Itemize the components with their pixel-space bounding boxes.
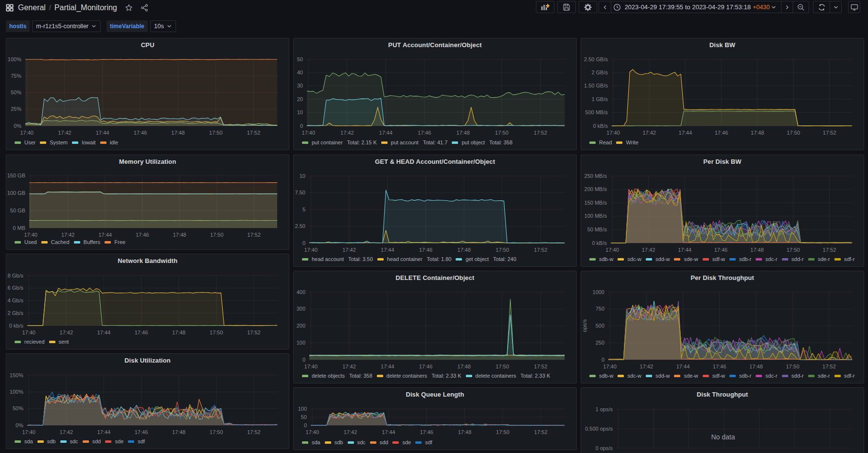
- svg-text:17:48: 17:48: [173, 232, 186, 238]
- svg-text:17:48: 17:48: [458, 247, 471, 253]
- svg-text:17:46: 17:46: [418, 130, 431, 136]
- svg-text:20: 20: [297, 96, 303, 102]
- svg-text:17:48: 17:48: [457, 130, 470, 136]
- svg-text:0: 0: [304, 422, 307, 428]
- svg-text:17:44: 17:44: [97, 330, 111, 335]
- svg-text:17:48: 17:48: [751, 130, 764, 136]
- svg-text:17:48: 17:48: [172, 429, 186, 435]
- svg-text:17:44: 17:44: [379, 130, 393, 136]
- svg-text:ops/s: ops/s: [582, 319, 587, 332]
- svg-text:17:52: 17:52: [247, 429, 261, 435]
- svg-text:25%: 25%: [11, 106, 21, 112]
- svg-text:5: 5: [302, 207, 305, 212]
- svg-text:17:52: 17:52: [822, 364, 836, 369]
- svg-text:500 MB/s: 500 MB/s: [585, 109, 608, 115]
- svg-text:17:52: 17:52: [823, 247, 836, 253]
- svg-text:17:42: 17:42: [340, 130, 354, 136]
- svg-text:8 Gb/s: 8 Gb/s: [8, 273, 24, 279]
- svg-text:17:46: 17:46: [135, 330, 148, 335]
- svg-text:17:44: 17:44: [381, 364, 394, 369]
- svg-text:17:40: 17:40: [304, 247, 318, 253]
- svg-text:0%: 0%: [16, 422, 23, 428]
- svg-text:17:50: 17:50: [209, 130, 223, 136]
- svg-text:17:46: 17:46: [713, 364, 726, 369]
- svg-text:No data: No data: [711, 433, 735, 441]
- svg-text:17:42: 17:42: [640, 364, 654, 369]
- svg-text:17:42: 17:42: [342, 364, 356, 369]
- svg-text:1 GB/s: 1 GB/s: [591, 96, 608, 102]
- svg-text:17:48: 17:48: [749, 364, 763, 369]
- svg-text:150 MB/s: 150 MB/s: [585, 200, 607, 206]
- svg-text:17:46: 17:46: [136, 232, 149, 238]
- svg-text:0: 0: [300, 123, 303, 129]
- svg-text:200 MB/s: 200 MB/s: [585, 186, 607, 192]
- svg-text:17:48: 17:48: [171, 130, 185, 136]
- svg-text:0 kB/s: 0 kB/s: [592, 240, 607, 246]
- svg-text:17:42: 17:42: [60, 429, 73, 435]
- svg-text:40: 40: [297, 70, 303, 75]
- svg-text:30: 30: [297, 83, 303, 88]
- svg-text:17:46: 17:46: [419, 364, 433, 369]
- svg-text:17:50: 17:50: [495, 130, 509, 136]
- svg-text:0 kb/s: 0 kb/s: [9, 323, 24, 329]
- svg-text:17:42: 17:42: [61, 232, 75, 238]
- svg-text:17:44: 17:44: [381, 247, 394, 253]
- svg-text:17:40: 17:40: [22, 429, 35, 435]
- svg-text:150%: 150%: [10, 372, 23, 378]
- svg-text:17:44: 17:44: [98, 232, 112, 238]
- svg-text:17:44: 17:44: [97, 429, 111, 435]
- svg-text:17:50: 17:50: [496, 429, 510, 435]
- svg-text:17:46: 17:46: [715, 130, 728, 136]
- svg-text:17:48: 17:48: [172, 330, 186, 335]
- svg-text:100 GB: 100 GB: [7, 190, 25, 196]
- svg-text:750: 750: [596, 306, 604, 312]
- svg-text:150 GB: 150 GB: [7, 173, 25, 178]
- svg-text:0: 0: [602, 357, 604, 363]
- svg-text:17:42: 17:42: [642, 130, 656, 136]
- svg-text:17:46: 17:46: [420, 429, 433, 435]
- svg-text:17:52: 17:52: [247, 330, 261, 335]
- svg-text:100 MB/s: 100 MB/s: [585, 213, 607, 219]
- svg-text:10: 10: [297, 109, 303, 115]
- svg-text:500: 500: [596, 323, 604, 329]
- svg-text:17:46: 17:46: [135, 429, 148, 435]
- svg-text:17:52: 17:52: [248, 232, 261, 238]
- svg-text:17:44: 17:44: [382, 429, 395, 435]
- svg-text:10: 10: [300, 173, 305, 179]
- svg-text:17:40: 17:40: [24, 232, 37, 238]
- svg-text:17:40: 17:40: [306, 429, 319, 435]
- svg-text:17:44: 17:44: [676, 364, 690, 369]
- svg-text:0.500 ops/s: 0.500 ops/s: [585, 426, 613, 432]
- svg-text:17:44: 17:44: [679, 130, 692, 136]
- svg-text:50 MB/s: 50 MB/s: [587, 226, 607, 232]
- svg-text:17:40: 17:40: [302, 130, 316, 136]
- svg-text:17:46: 17:46: [134, 130, 147, 136]
- svg-text:4 Gb/s: 4 Gb/s: [8, 297, 24, 303]
- svg-text:17:50: 17:50: [210, 330, 223, 335]
- svg-text:100: 100: [298, 406, 307, 412]
- svg-text:17:44: 17:44: [678, 247, 691, 253]
- svg-text:17:50: 17:50: [496, 364, 509, 369]
- svg-text:0 MB: 0 MB: [13, 225, 25, 231]
- svg-text:300: 300: [297, 306, 305, 312]
- svg-text:0 kB/s: 0 kB/s: [593, 123, 608, 129]
- svg-text:17:48: 17:48: [458, 429, 472, 435]
- svg-text:17:50: 17:50: [787, 130, 800, 136]
- svg-text:1 ops/s: 1 ops/s: [596, 406, 613, 412]
- svg-text:17:42: 17:42: [342, 247, 356, 253]
- svg-text:17:52: 17:52: [247, 130, 261, 136]
- svg-text:100: 100: [297, 340, 305, 346]
- svg-text:17:50: 17:50: [786, 247, 800, 253]
- svg-text:2.50: 2.50: [295, 223, 305, 229]
- svg-text:50%: 50%: [11, 89, 21, 95]
- svg-text:0%: 0%: [14, 123, 21, 129]
- svg-text:2.50 GB/s: 2.50 GB/s: [584, 56, 608, 62]
- svg-text:17:52: 17:52: [534, 364, 548, 369]
- svg-text:50: 50: [301, 414, 307, 420]
- svg-text:17:46: 17:46: [419, 247, 433, 253]
- svg-text:17:40: 17:40: [304, 364, 318, 369]
- svg-text:2 Gb/s: 2 Gb/s: [8, 310, 24, 316]
- svg-text:0: 0: [302, 357, 305, 363]
- svg-text:17:52: 17:52: [823, 130, 836, 136]
- svg-text:17:42: 17:42: [344, 429, 357, 435]
